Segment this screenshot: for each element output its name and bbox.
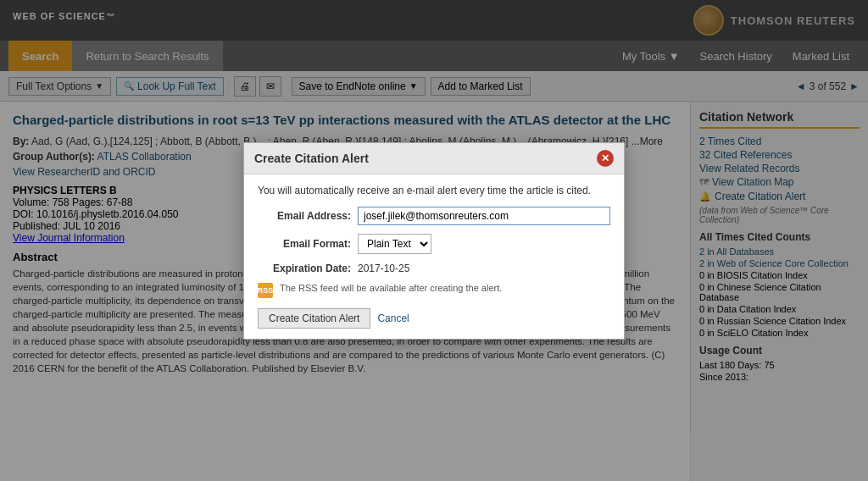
format-row: Email Format: Plain Text HTML [258,234,610,254]
cancel-link[interactable]: Cancel [377,312,409,324]
modal-overlay: Create Citation Alert ✕ You will automat… [0,0,868,481]
modal-header: Create Citation Alert ✕ [244,143,624,174]
rss-text: The RSS feed will be available after cre… [280,283,502,293]
format-label: Email Format: [258,238,351,250]
modal-description: You will automatically receive an e-mail… [258,185,610,196]
expiration-row: Expiration Date: 2017-10-25 [258,263,610,274]
expiration-label: Expiration Date: [258,263,351,274]
rss-row: RSS The RSS feed will be available after… [258,283,610,298]
email-input[interactable] [358,207,610,225]
modal-body: You will automatically receive an e-mail… [244,174,624,339]
email-row: Email Address: [258,207,610,225]
modal-actions: Create Citation Alert Cancel [258,308,610,329]
modal-dialog: Create Citation Alert ✕ You will automat… [243,142,625,340]
rss-icon: RSS [258,283,273,298]
email-label: Email Address: [258,210,351,222]
expiration-value: 2017-10-25 [358,263,409,274]
modal-title: Create Citation Alert [254,152,369,165]
modal-close-button[interactable]: ✕ [597,150,614,167]
create-citation-alert-button[interactable]: Create Citation Alert [258,308,370,329]
format-select[interactable]: Plain Text HTML [358,234,431,254]
